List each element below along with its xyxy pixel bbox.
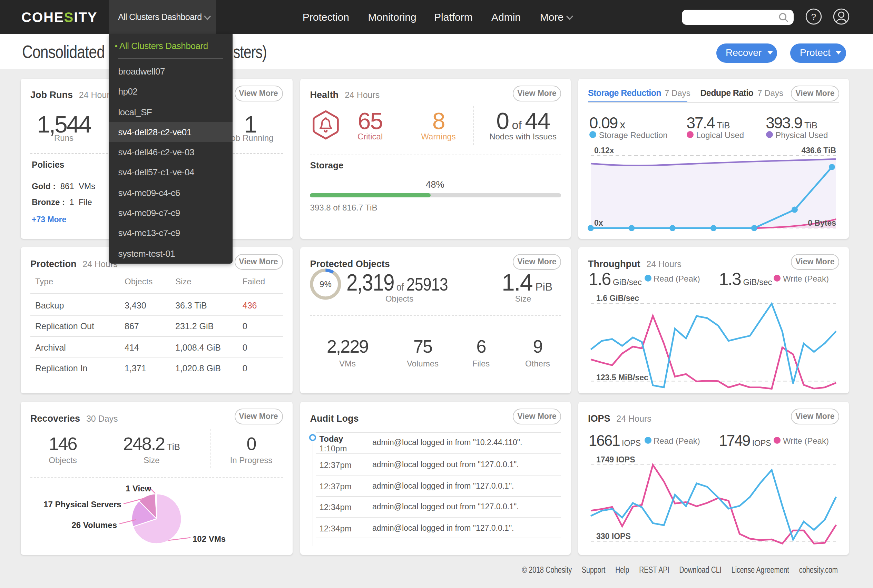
svg-text:9%: 9% xyxy=(319,280,331,289)
svg-text:?: ? xyxy=(812,11,816,22)
